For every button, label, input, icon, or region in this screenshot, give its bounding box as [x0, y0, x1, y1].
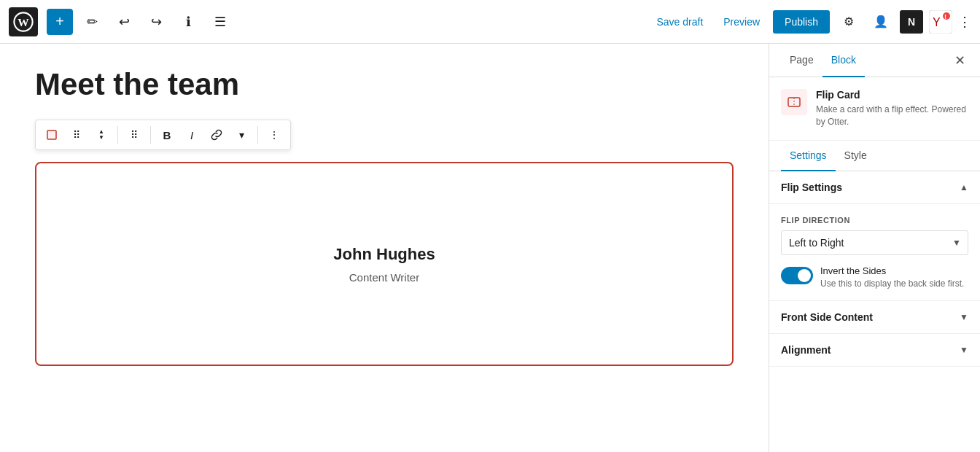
tab-block[interactable]: Block	[822, 44, 865, 77]
invert-sides-description: Use this to display the back side first.	[820, 278, 964, 289]
toolbar-separator	[117, 126, 118, 144]
invert-sides-row: Invert the Sides Use this to display the…	[781, 265, 968, 289]
info-button[interactable]: ℹ	[175, 9, 201, 35]
page-title[interactable]: Meet the team	[35, 67, 734, 102]
front-side-chevron-down-icon: ▼	[960, 312, 968, 322]
italic-button[interactable]: I	[180, 123, 203, 147]
invert-sides-toggle[interactable]	[781, 267, 813, 284]
front-side-content-section[interactable]: Front Side Content ▼	[769, 301, 980, 334]
block-type-button[interactable]	[40, 123, 63, 147]
flip-direction-label: FLIP DIRECTION	[781, 216, 968, 225]
tab-style[interactable]: Style	[836, 141, 876, 171]
main-layout: Meet the team ⠿ ▲ ▼ ⠿ B	[0, 44, 980, 452]
redo-button[interactable]: ↪	[143, 9, 169, 35]
add-block-button[interactable]: +	[47, 9, 73, 35]
link-button[interactable]	[205, 123, 228, 147]
alignment-section[interactable]: Alignment ▼	[769, 334, 980, 367]
wp-logo[interactable]: W	[9, 7, 38, 36]
more-options-toolbar-button[interactable]: ⋮	[262, 123, 286, 147]
topbar-right: Save draft Preview Publish ⚙ 👤 N Y ! ⋮	[649, 9, 971, 35]
publish-button[interactable]: Publish	[773, 10, 830, 34]
flip-direction-select-wrapper: Left to Right Right to Left Top to Botto…	[781, 230, 968, 255]
block-settings-button[interactable]: ⠿	[122, 123, 146, 147]
flip-settings-title: Flip Settings	[781, 182, 842, 193]
flip-card-icon	[781, 89, 807, 115]
block-description-text: Make a card with a flip effect. Powered …	[816, 104, 968, 128]
toolbar-separator-3	[257, 126, 258, 144]
more-options-button[interactable]: ⋮	[958, 14, 971, 30]
edit-mode-button[interactable]: ✏	[79, 9, 105, 35]
toolbar-separator-2	[150, 126, 151, 144]
more-rich-text-button[interactable]: ▾	[230, 123, 253, 147]
flip-settings-section-header[interactable]: Flip Settings ▲	[769, 171, 980, 204]
svg-rect-6	[47, 130, 56, 139]
flip-settings-content: FLIP DIRECTION Left to Right Right to Le…	[769, 204, 980, 301]
flip-direction-select[interactable]: Left to Right Right to Left Top to Botto…	[781, 230, 968, 255]
list-view-button[interactable]: ☰	[207, 9, 233, 35]
editor-area: Meet the team ⠿ ▲ ▼ ⠿ B	[0, 44, 769, 452]
flip-card-name: John Hughes	[333, 245, 435, 264]
front-side-content-title: Front Side Content	[781, 311, 873, 323]
bold-button[interactable]: B	[155, 123, 179, 147]
alignment-title: Alignment	[781, 344, 831, 356]
flip-settings-chevron-up-icon: ▲	[960, 182, 968, 192]
undo-button[interactable]: ↩	[111, 9, 137, 35]
block-name-heading: Flip Card	[816, 89, 968, 101]
sidebar-top-tabs: Page Block ✕	[769, 44, 980, 77]
svg-text:!: !	[944, 13, 946, 20]
user-icon-button[interactable]: 👤	[868, 9, 894, 35]
block-toolbar: ⠿ ▲ ▼ ⠿ B I ▾	[35, 120, 291, 150]
preview-button[interactable]: Preview	[716, 12, 767, 32]
invert-sides-info: Invert the Sides Use this to display the…	[820, 265, 964, 289]
invert-sides-label: Invert the Sides	[820, 265, 964, 276]
alignment-chevron-down-icon: ▼	[960, 345, 968, 355]
n-badge-button[interactable]: N	[900, 10, 923, 34]
svg-text:W: W	[18, 16, 29, 28]
flip-card-role: Content Writer	[349, 271, 419, 284]
toggle-slider	[781, 267, 813, 284]
drag-handle[interactable]: ⠿	[65, 123, 88, 147]
block-info-text: Flip Card Make a card with a flip effect…	[816, 89, 968, 128]
topbar: W + ✏ ↩ ↪ ℹ ☰ Save draft Preview Publish…	[0, 0, 980, 44]
sidebar-close-button[interactable]: ✕	[952, 50, 968, 71]
settings-icon-button[interactable]: ⚙	[836, 9, 862, 35]
tab-settings[interactable]: Settings	[781, 141, 836, 171]
editor-scroll[interactable]: Meet the team ⠿ ▲ ▼ ⠿ B	[0, 44, 769, 452]
tab-page[interactable]: Page	[781, 44, 822, 77]
settings-style-tabs: Settings Style	[769, 141, 980, 171]
flip-card-block[interactable]: John Hughes Content Writer	[35, 162, 734, 366]
block-info: Flip Card Make a card with a flip effect…	[769, 77, 980, 141]
yoast-badge[interactable]: Y !	[929, 10, 952, 34]
sidebar: Page Block ✕ Flip Card Make a card with …	[769, 44, 980, 452]
svg-text:Y: Y	[933, 16, 941, 28]
save-draft-button[interactable]: Save draft	[649, 12, 710, 32]
move-up-down-button[interactable]: ▲ ▼	[90, 123, 113, 147]
